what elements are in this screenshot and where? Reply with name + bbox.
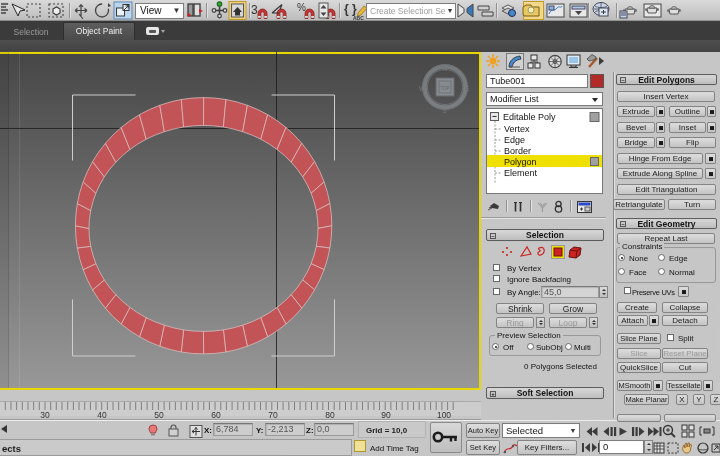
svg-text:ABC: ABC [353,14,364,20]
svg-text:%: % [297,2,306,13]
svg-text:W: W [419,85,426,92]
svg-text:S: S [442,107,447,114]
svg-text:3: 3 [251,3,258,17]
svg-text:TOP: TOP [440,86,449,91]
svg-text:E: E [465,85,470,92]
svg-text:N: N [442,65,447,72]
